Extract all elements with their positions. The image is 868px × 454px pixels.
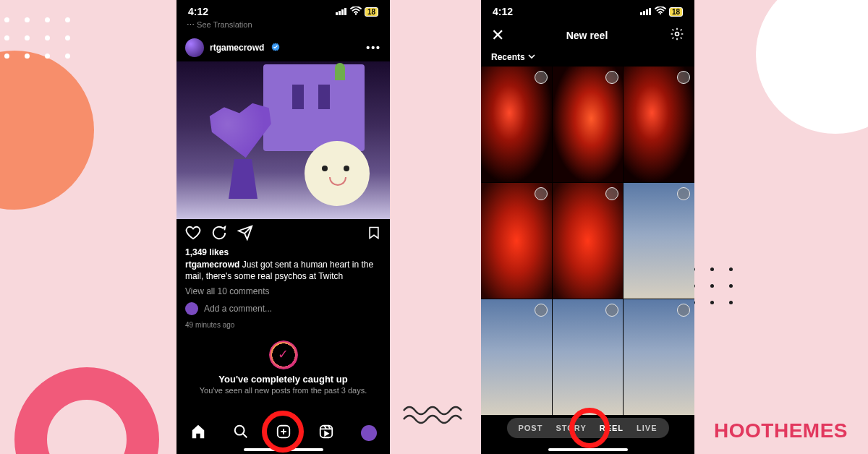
album-label: Recents [491,52,525,62]
media-thumb[interactable] [481,183,552,299]
status-time: 4:12 [188,6,208,17]
mode-live[interactable]: LIVE [637,424,657,432]
album-picker[interactable]: Recents [481,49,694,67]
hoothemes-logo: HOOTHEMES [714,419,848,442]
phone-new-reel: 4:12 18 ✕ New reel Recents [481,0,694,454]
post-caption: rtgamecrowd Just got sent a human heart … [176,257,390,283]
media-thumb[interactable] [481,67,552,182]
caught-up-subtitle: You've seen all new posts from the past … [190,386,377,395]
mode-story[interactable]: STORY [556,424,586,432]
media-grid [481,67,694,415]
home-indicator [244,448,323,451]
close-icon[interactable]: ✕ [491,26,504,45]
status-time: 4:12 [493,6,513,17]
svg-rect-11 [649,8,651,15]
nav-create-icon[interactable] [276,424,292,442]
bg-circle-white [756,0,868,134]
status-bar: 4:12 18 [176,0,390,19]
mini-avatar [185,302,198,315]
post-image[interactable] [176,61,390,219]
new-reel-header: ✕ New reel [481,19,694,49]
post-username[interactable]: rtgamecrowd [210,43,264,53]
svg-rect-2 [341,9,344,15]
checkmark-icon: ✓ [278,346,289,362]
mode-post[interactable]: POST [518,424,542,432]
nav-search-icon[interactable] [233,424,249,442]
twitch-pillow-shape [263,64,365,151]
media-thumb[interactable] [624,67,694,182]
select-circle-icon[interactable] [605,304,618,317]
bg-dots-white [4,17,72,59]
svg-rect-10 [646,9,648,15]
translation-hint[interactable]: ⋯ See Translation [176,19,390,34]
svg-point-4 [355,13,357,14]
bottom-nav [176,415,390,451]
signal-icon [336,6,347,17]
media-thumb[interactable] [624,183,694,299]
post-header: rtgamecrowd ••• [176,34,390,61]
battery-indicator: 18 [669,7,683,17]
sprout-shape [335,63,345,80]
nav-profile-icon[interactable] [361,425,377,441]
new-reel-title: New reel [566,30,608,41]
post-age: 49 minutes ago [176,318,390,335]
battery-indicator: 18 [365,7,378,17]
wifi-icon [350,6,362,17]
share-icon[interactable] [237,225,253,244]
media-thumb[interactable] [624,299,694,415]
add-comment-row[interactable]: Add a comment... [176,299,390,318]
media-thumb[interactable] [553,299,624,415]
nav-reels-icon[interactable] [318,424,334,442]
select-circle-icon[interactable] [677,187,690,200]
plush-shape [305,141,370,206]
bg-circle-orange [0,51,94,210]
select-circle-icon[interactable] [677,71,690,84]
svg-point-13 [676,33,679,36]
settings-gear-icon[interactable] [670,27,684,44]
save-icon[interactable] [367,225,381,244]
svg-point-5 [234,426,244,435]
caught-up-title: You've completely caught up [190,374,377,385]
select-circle-icon[interactable] [605,71,618,84]
select-circle-icon[interactable] [535,71,548,84]
svg-rect-9 [643,11,645,15]
caught-up-panel: ✓ You've completely caught up You've see… [176,335,390,395]
svg-rect-3 [344,8,346,15]
post-more-button[interactable]: ••• [366,42,381,53]
select-circle-icon[interactable] [677,304,690,317]
mode-switcher: POST STORY REEL LIVE [506,418,668,438]
media-thumb[interactable] [481,299,552,415]
bg-ring-pink [14,367,159,454]
media-thumb[interactable] [553,183,624,299]
post-actions [176,219,390,247]
phone-feed: 4:12 18 ⋯ See Translation rtgamecrowd ••… [176,0,390,454]
media-thumb[interactable] [553,67,624,182]
add-comment-placeholder: Add a comment... [204,304,272,314]
wifi-icon [655,6,666,17]
svg-rect-8 [640,12,642,15]
view-comments-link[interactable]: View all 10 comments [176,283,390,299]
svg-rect-1 [339,11,341,15]
svg-rect-7 [320,426,332,438]
select-circle-icon[interactable] [535,304,548,317]
status-bar: 4:12 18 [481,0,694,19]
verified-icon [271,43,280,53]
like-icon[interactable] [185,225,201,244]
signal-icon [640,6,652,17]
mode-reel[interactable]: REEL [600,424,624,432]
select-circle-icon[interactable] [535,187,548,200]
svg-point-12 [660,13,661,14]
likes-count[interactable]: 1,349 likes [176,247,390,257]
avatar[interactable] [185,38,204,57]
comment-icon[interactable] [211,225,227,244]
home-indicator [548,448,628,451]
nav-home-icon[interactable] [190,424,206,442]
chevron-down-icon [528,52,535,62]
svg-rect-0 [336,12,338,15]
trophy-stand-shape [229,159,258,199]
select-circle-icon[interactable] [605,187,618,200]
